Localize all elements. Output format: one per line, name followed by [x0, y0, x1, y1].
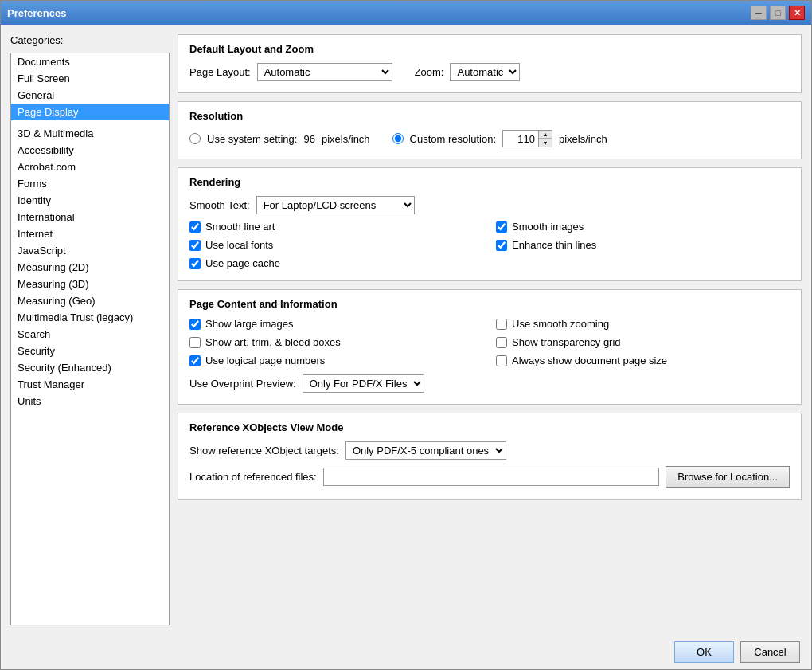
page-layout-select[interactable]: Automatic Single Page Single Page Contin… [257, 63, 392, 81]
show-targets-row: Show reference XObject targets: Always O… [189, 441, 790, 460]
rendering-title: Rendering [189, 176, 790, 188]
spinner-up[interactable]: ▲ [539, 131, 552, 139]
preferences-dialog: Preferences ─ □ ✕ Categories: Documents … [0, 0, 812, 670]
category-item-search[interactable]: Search [11, 326, 169, 343]
show-transparency-grid-label: Show transparency grid [512, 336, 621, 348]
use-system-label: Use system setting: [207, 133, 297, 145]
smooth-images-row: Smooth images [496, 221, 790, 233]
location-row: Location of referenced files: Browse for… [189, 466, 790, 488]
custom-resolution-input[interactable] [503, 131, 538, 147]
reference-xobjects-title: Reference XObjects View Mode [189, 421, 790, 433]
rendering-section: Rendering Smooth Text: None For Black an… [178, 167, 802, 281]
always-show-doc-size-checkbox[interactable] [496, 355, 507, 366]
category-item-measuring3d[interactable]: Measuring (3D) [11, 276, 169, 292]
location-input[interactable] [323, 468, 660, 486]
spinner-arrows: ▲ ▼ [538, 131, 552, 147]
category-item-identity[interactable]: Identity [11, 192, 169, 209]
category-item-acrobat[interactable]: Acrobat.com [11, 159, 169, 175]
category-item-pagedisplay[interactable]: Page Display [11, 104, 169, 120]
show-art-trim-checkbox[interactable] [189, 337, 201, 348]
location-label: Location of referenced files: [189, 471, 317, 483]
smooth-text-row: Smooth Text: None For Black and White Sc… [189, 196, 790, 214]
page-content-title: Page Content and Information [189, 298, 790, 310]
enhance-thin-lines-row: Enhance thin lines [496, 239, 790, 251]
show-large-images-row: Show large images [189, 318, 483, 330]
smooth-images-label: Smooth images [512, 221, 584, 233]
use-page-cache-checkbox[interactable] [189, 258, 201, 269]
close-button[interactable]: ✕ [789, 6, 805, 20]
smooth-text-select[interactable]: None For Black and White Screens For Lap… [256, 196, 415, 214]
pixels-per-inch-2: pixels/inch [559, 133, 607, 145]
category-item-documents[interactable]: Documents [11, 53, 169, 70]
show-transparency-grid-row: Show transparency grid [496, 336, 790, 348]
show-transparency-grid-checkbox[interactable] [496, 337, 507, 348]
browse-button[interactable]: Browse for Location... [666, 466, 790, 488]
custom-resolution-radio[interactable] [392, 133, 404, 144]
show-art-trim-label: Show art, trim, & bleed boxes [205, 336, 341, 348]
category-item-trustmanager[interactable]: Trust Manager [11, 376, 169, 393]
enhance-thin-lines-label: Enhance thin lines [512, 239, 596, 251]
category-item-accessibility[interactable]: Accessibility [11, 142, 169, 159]
category-item-security-enhanced[interactable]: Security (Enhanced) [11, 359, 169, 376]
zoom-label: Zoom: [415, 66, 444, 78]
show-targets-label: Show reference XObject targets: [189, 445, 339, 456]
always-show-doc-size-row: Always show document page size [496, 355, 790, 366]
pixels-per-inch-1: pixels/inch [322, 133, 370, 145]
custom-resolution-spinner[interactable]: ▲ ▼ [502, 130, 552, 147]
zoom-select[interactable]: Automatic Fit Page Fit Width Fit Visible… [450, 63, 520, 81]
enhance-thin-lines-checkbox[interactable] [496, 240, 507, 251]
always-show-doc-size-label: Always show document page size [512, 355, 667, 366]
title-bar: Preferences ─ □ ✕ [1, 1, 811, 25]
left-panel: Categories: Documents Full Screen Genera… [10, 34, 170, 625]
smooth-line-art-row: Smooth line art [189, 221, 483, 233]
layout-zoom-section: Default Layout and Zoom Page Layout: Aut… [178, 34, 802, 93]
spinner-down[interactable]: ▼ [539, 139, 552, 147]
resolution-title: Resolution [189, 110, 790, 122]
overprint-row: Use Overprint Preview: Never Only For PD… [189, 374, 790, 393]
layout-zoom-title: Default Layout and Zoom [189, 43, 790, 55]
smooth-line-art-label: Smooth line art [205, 221, 275, 233]
use-page-cache-label: Use page cache [205, 257, 280, 269]
show-large-images-label: Show large images [205, 318, 294, 330]
category-item-units[interactable]: Units [11, 393, 169, 409]
page-content-checkboxes: Show large images Use smooth zooming Sho… [189, 318, 790, 366]
category-item-general[interactable]: General [11, 87, 169, 104]
smooth-line-art-checkbox[interactable] [189, 221, 201, 233]
use-system-radio[interactable] [189, 133, 201, 144]
overprint-label: Use Overprint Preview: [189, 378, 296, 390]
use-local-fonts-checkbox[interactable] [189, 240, 201, 251]
minimize-button[interactable]: ─ [751, 6, 767, 20]
show-large-images-checkbox[interactable] [189, 319, 201, 330]
use-smooth-zooming-label: Use smooth zooming [512, 318, 609, 330]
smooth-images-checkbox[interactable] [496, 221, 507, 233]
title-bar-controls: ─ □ ✕ [751, 6, 805, 20]
category-item-measuringgeo[interactable]: Measuring (Geo) [11, 292, 169, 309]
ok-button[interactable]: OK [674, 641, 734, 663]
category-list[interactable]: Documents Full Screen General Page Displ… [10, 53, 170, 625]
category-item-international[interactable]: International [11, 209, 169, 225]
use-local-fonts-row: Use local fonts [189, 239, 483, 251]
show-targets-select[interactable]: Always Only PDF/X-5 compliant ones Never [345, 441, 506, 460]
show-art-trim-row: Show art, trim, & bleed boxes [189, 336, 483, 348]
use-page-cache-row: Use page cache [189, 257, 483, 269]
use-logical-page-numbers-label: Use logical page numbers [205, 355, 325, 366]
category-item-measuring2d[interactable]: Measuring (2D) [11, 259, 169, 276]
category-item-security[interactable]: Security [11, 343, 169, 359]
category-item-javascript[interactable]: JavaScript [11, 242, 169, 259]
overprint-select[interactable]: Never Only For PDF/X Files Always [303, 374, 424, 393]
custom-label: Custom resolution: [410, 133, 496, 145]
system-value: 96 [303, 133, 314, 145]
right-panel: Default Layout and Zoom Page Layout: Aut… [178, 34, 802, 625]
use-smooth-zooming-checkbox[interactable] [496, 319, 507, 330]
use-logical-page-numbers-checkbox[interactable] [189, 355, 201, 366]
categories-label: Categories: [10, 34, 170, 46]
category-item-internet[interactable]: Internet [11, 225, 169, 242]
category-item-forms[interactable]: Forms [11, 175, 169, 192]
rendering-checkboxes: Smooth line art Smooth images Use local … [189, 221, 790, 269]
cancel-button[interactable]: Cancel [740, 641, 800, 663]
category-item-multimedia[interactable]: Multimedia Trust (legacy) [11, 309, 169, 326]
category-item-fullscreen[interactable]: Full Screen [11, 70, 169, 87]
category-item-3dmultimedia[interactable]: 3D & Multimedia [11, 125, 169, 142]
maximize-button[interactable]: □ [770, 6, 786, 20]
use-smooth-zooming-row: Use smooth zooming [496, 318, 790, 330]
